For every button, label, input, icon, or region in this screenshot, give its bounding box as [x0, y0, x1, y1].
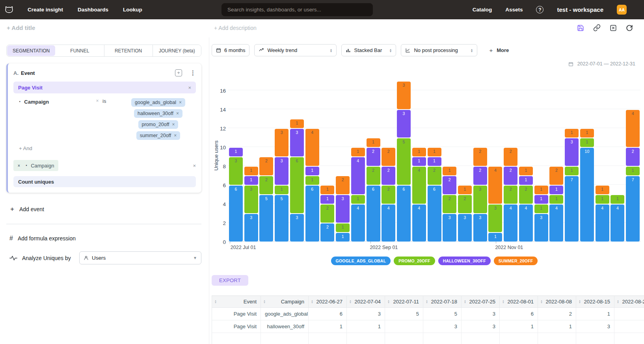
column-header[interactable]: ▲▼2022-07-18 — [423, 296, 462, 308]
column-header[interactable]: ▲▼2022-08-08 — [538, 296, 576, 308]
filter-value-chip[interactable]: promo_20off× — [138, 120, 179, 129]
event-menu-icon[interactable]: ⋮ — [190, 69, 196, 76]
bar-segment[interactable]: 1 — [580, 138, 594, 147]
filter-value-chip[interactable]: google_ads_global× — [131, 98, 185, 107]
bar-segment[interactable]: 1 — [351, 148, 365, 156]
bar-2022-08-01[interactable]: 6114 — [305, 128, 319, 242]
bar-segment[interactable]: 2 — [428, 167, 441, 185]
bar-segment[interactable]: 1 — [488, 233, 502, 242]
bar-segment[interactable]: 1 — [534, 186, 548, 194]
table-row[interactable] — [212, 333, 644, 344]
bar-2022-10-24[interactable]: 134 — [488, 166, 502, 242]
column-header[interactable]: ▲▼2022-08-15 — [576, 296, 614, 308]
bar-2022-11-14[interactable]: 3111 — [534, 185, 548, 242]
legend-pill[interactable]: HALLOWEEN_30OFF — [438, 257, 491, 265]
bar-segment[interactable]: 2 — [519, 186, 533, 204]
bar-segment[interactable]: 3 — [397, 82, 411, 109]
bar-segment[interactable]: 3 — [244, 186, 258, 213]
filter-value-chip[interactable]: halloween_30off× — [134, 109, 182, 118]
bar-segment[interactable]: 1 — [534, 195, 548, 204]
bar-segment[interactable]: 4 — [351, 205, 365, 242]
bar-2022-09-05[interactable]: 4222 — [382, 147, 395, 242]
filter-value-chip[interactable]: summer_20off× — [136, 131, 181, 140]
trend-select[interactable]: Weekly trend ▲▼ — [254, 44, 337, 56]
bar-segment[interactable]: 1 — [244, 176, 258, 185]
date-window-button[interactable]: 6 months — [212, 44, 249, 56]
bar-segment[interactable]: 2 — [549, 167, 563, 185]
remove-filter-icon[interactable]: × — [92, 98, 102, 140]
bar-segment[interactable]: 1 — [626, 167, 640, 175]
column-header[interactable]: ▲▼2022-08-01 — [500, 296, 538, 308]
bar-segment[interactable]: 1 — [519, 176, 533, 185]
avatar[interactable]: AA — [617, 5, 627, 15]
bar-segment[interactable]: 4 — [626, 110, 640, 147]
nav-lookup[interactable]: Lookup — [123, 7, 142, 13]
add-and-condition[interactable]: + And — [13, 145, 196, 151]
cat-logo[interactable] — [4, 5, 14, 15]
export-button[interactable]: EXPORT — [212, 275, 248, 286]
bar-segment[interactable]: 6 — [397, 186, 411, 242]
add-event-button[interactable]: + Add event — [6, 205, 201, 213]
nav-dashboards[interactable]: Dashboards — [78, 7, 108, 13]
bar-segment[interactable]: 1 — [549, 186, 563, 194]
bar-segment[interactable]: 1 — [290, 119, 304, 128]
bar-2022-12-12[interactable]: 411 — [596, 185, 609, 242]
bar-segment[interactable]: 10 — [580, 148, 594, 242]
tab-segmentation[interactable]: SEGMENTATION — [7, 45, 55, 56]
remove-event-icon[interactable]: × — [188, 85, 191, 91]
close-square-icon[interactable] — [610, 24, 617, 32]
bar-segment[interactable]: 7 — [565, 176, 579, 242]
bar-segment[interactable]: 3 — [290, 129, 304, 156]
add-filter-icon[interactable]: + — [175, 69, 182, 76]
bar-segment[interactable]: 4 — [504, 205, 517, 242]
bar-2022-12-19[interactable]: 41 — [610, 194, 624, 242]
bar-segment[interactable]: 6 — [428, 186, 441, 242]
column-header[interactable]: ▲▼2022-07-25 — [462, 296, 500, 308]
bar-segment[interactable]: 2 — [382, 186, 395, 204]
bar-segment[interactable]: 3 — [534, 214, 548, 242]
remove-value-icon[interactable]: × — [179, 100, 182, 105]
add-formula-button[interactable]: # Add formula expression — [6, 235, 201, 242]
nav-assets[interactable]: Assets — [505, 7, 523, 13]
nav-create-insight[interactable]: Create insight — [28, 7, 63, 13]
bar-segment[interactable]: 4 — [596, 205, 609, 242]
bar-segment[interactable]: 7 — [626, 176, 640, 242]
bar-segment[interactable]: 1 — [336, 233, 350, 242]
bar-segment[interactable]: 3 — [565, 138, 579, 166]
bar-segment[interactable]: 1 — [610, 195, 624, 204]
column-header[interactable]: ▲▼2022-08-22 — [614, 296, 644, 308]
bar-segment[interactable]: 2 — [473, 167, 487, 185]
filter-operator[interactable]: is — [102, 98, 121, 140]
bar-segment[interactable]: 3 — [443, 214, 456, 242]
bar-segment[interactable]: 6 — [290, 157, 304, 213]
bar-2022-10-03[interactable]: 3221 — [443, 166, 456, 242]
bar-segment[interactable]: 3 — [488, 205, 502, 232]
bar-segment[interactable]: 1 — [412, 157, 426, 166]
bar-segment[interactable]: 1 — [351, 195, 365, 204]
bar-2022-07-25[interactable]: 3631 — [290, 119, 304, 242]
bar-segment[interactable]: 1 — [275, 186, 288, 194]
bar-segment[interactable]: 1 — [320, 195, 334, 204]
bar-segment[interactable]: 2 — [504, 148, 517, 166]
bar-2022-09-12[interactable]: 6533 — [397, 81, 411, 242]
legend-pill[interactable]: PROMO_20OFF — [394, 257, 435, 265]
bar-segment[interactable]: 4 — [351, 157, 365, 194]
add-title-button[interactable]: + Add title — [7, 24, 35, 31]
chart-type-select[interactable]: Stacked Bar ▲▼ — [341, 44, 396, 56]
bar-segment[interactable]: 5 — [397, 138, 411, 185]
bar-segment[interactable]: 2 — [626, 148, 640, 166]
bar-segment[interactable]: 4 — [488, 167, 502, 204]
bar-2022-10-10[interactable]: 321 — [458, 185, 472, 242]
bar-2022-07-04[interactable]: 3311 — [244, 166, 258, 242]
bar-segment[interactable]: 1 — [565, 167, 579, 175]
bar-segment[interactable]: 2 — [443, 195, 456, 213]
bar-2022-10-17[interactable]: 3322 — [473, 147, 487, 242]
bar-2022-08-22[interactable]: 4141 — [351, 147, 365, 242]
bar-2022-07-18[interactable]: 5133 — [275, 128, 288, 242]
bar-segment[interactable]: 4 — [382, 205, 395, 242]
analyze-by-select[interactable]: Users ▼ — [79, 251, 201, 264]
bar-segment[interactable]: 2 — [458, 195, 472, 213]
bar-2022-11-21[interactable]: 4112 — [549, 166, 563, 242]
bar-segment[interactable]: 3 — [336, 195, 350, 223]
bar-segment[interactable]: 1 — [305, 167, 319, 175]
